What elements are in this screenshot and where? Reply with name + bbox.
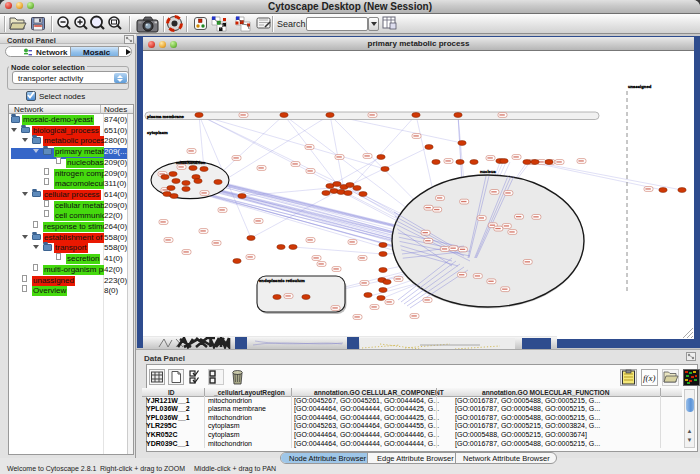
svg-text:plasma membrane: plasma membrane <box>147 114 184 119</box>
svg-text:cytoplasm: cytoplasm <box>147 130 168 135</box>
svg-text:unassigned: unassigned <box>628 84 652 89</box>
svg-text:mitochondrion: mitochondrion <box>176 160 206 165</box>
svg-text:nucleus: nucleus <box>480 169 496 174</box>
svg-text:f(x): f(x) <box>643 373 656 383</box>
svg-text:endoplasmic reticulum: endoplasmic reticulum <box>259 278 305 283</box>
